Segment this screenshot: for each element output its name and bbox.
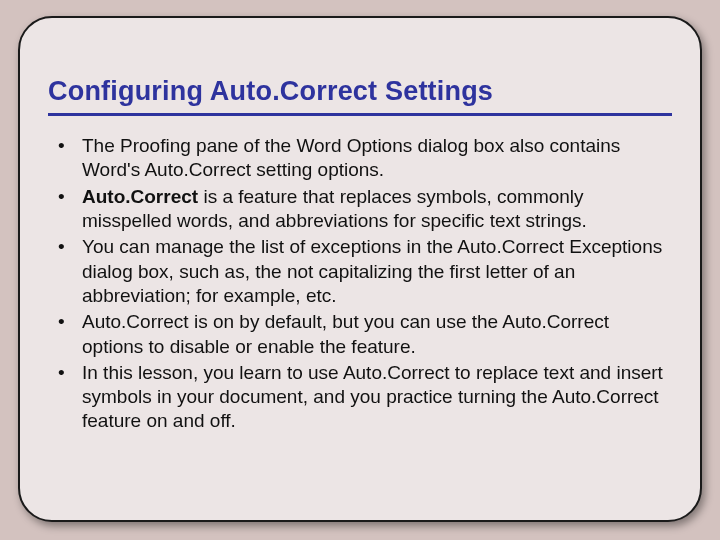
- content-frame: Configuring Auto.Correct Settings The Pr…: [18, 16, 702, 522]
- bullet-text: In this lesson, you learn to use Auto.Co…: [82, 362, 663, 432]
- slide: Configuring Auto.Correct Settings The Pr…: [0, 0, 720, 540]
- bullet-bold: Auto.Correct: [82, 186, 198, 207]
- list-item: Auto.Correct is a feature that replaces …: [52, 185, 668, 234]
- bullet-text: You can manage the list of exceptions in…: [82, 236, 662, 306]
- bullet-list: The Proofing pane of the Word Options di…: [48, 134, 672, 434]
- title-underline: [48, 113, 672, 116]
- list-item: You can manage the list of exceptions in…: [52, 235, 668, 308]
- list-item: Auto.Correct is on by default, but you c…: [52, 310, 668, 359]
- slide-title: Configuring Auto.Correct Settings: [48, 76, 672, 107]
- bullet-text: Auto.Correct is on by default, but you c…: [82, 311, 609, 356]
- list-item: In this lesson, you learn to use Auto.Co…: [52, 361, 668, 434]
- bullet-text: The Proofing pane of the Word Options di…: [82, 135, 620, 180]
- list-item: The Proofing pane of the Word Options di…: [52, 134, 668, 183]
